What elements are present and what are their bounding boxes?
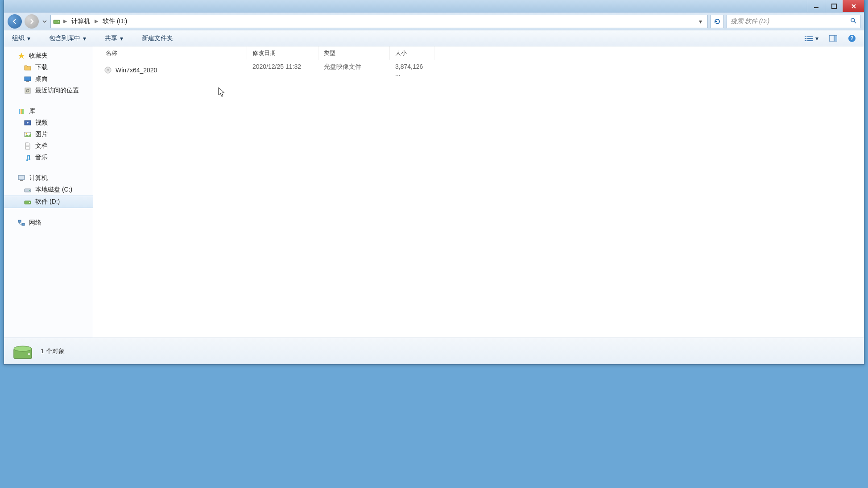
svg-point-3 xyxy=(58,21,59,22)
folder-icon xyxy=(24,63,32,71)
preview-pane-button[interactable] xyxy=(827,33,840,43)
computer-header[interactable]: 计算机 xyxy=(4,172,93,184)
new-folder-button[interactable]: 新建文件夹 xyxy=(139,33,176,44)
file-size: 3,874,126 ... xyxy=(390,63,434,77)
computer-label: 计算机 xyxy=(29,174,48,182)
include-button[interactable]: 包含到库中 ▾ xyxy=(46,33,89,44)
path-box[interactable]: ▶ 计算机 ▶ 软件 (D:) ▾ xyxy=(50,15,708,28)
svg-rect-17 xyxy=(25,77,31,81)
svg-text:?: ? xyxy=(850,35,853,42)
sidebar-item-label: 桌面 xyxy=(35,75,48,83)
svg-rect-18 xyxy=(26,81,29,82)
favorites-group: 收藏夹 下载 桌面 最近访问的位置 xyxy=(4,50,93,96)
sidebar-item-label: 本地磁盘 (C:) xyxy=(35,186,72,194)
forward-button[interactable] xyxy=(25,14,39,29)
network-group: 网络 xyxy=(4,217,93,229)
explorer-window: ▶ 计算机 ▶ 软件 (D:) ▾ 搜索 软件 (D:) 组织 ▾ 包含到库中 … xyxy=(4,0,864,365)
svg-rect-22 xyxy=(21,109,22,114)
chevron-down-icon xyxy=(42,19,47,24)
document-icon xyxy=(24,142,32,150)
favorites-label: 收藏夹 xyxy=(29,52,48,60)
svg-point-34 xyxy=(29,202,30,203)
organize-button[interactable]: 组织 ▾ xyxy=(9,33,33,44)
svg-rect-7 xyxy=(807,36,813,37)
close-button[interactable] xyxy=(843,0,864,12)
sidebar-item-label: 视频 xyxy=(35,119,48,127)
sidebar-item-recent[interactable]: 最近访问的位置 xyxy=(4,85,93,96)
libraries-group: 库 视频 图片 文档 音乐 xyxy=(4,105,93,163)
maximize-button[interactable] xyxy=(825,0,843,12)
svg-rect-23 xyxy=(22,109,24,114)
libraries-header[interactable]: 库 xyxy=(4,105,93,117)
minimize-button[interactable] xyxy=(807,0,825,12)
path-segment-drive[interactable]: 软件 (D:) xyxy=(101,17,129,26)
refresh-icon xyxy=(714,18,721,25)
column-date[interactable]: 修改日期 xyxy=(247,46,318,60)
svg-point-26 xyxy=(26,133,27,134)
address-bar: ▶ 计算机 ▶ 软件 (D:) ▾ 搜索 软件 (D:) xyxy=(4,13,864,30)
history-dropdown[interactable] xyxy=(41,15,48,28)
search-input[interactable]: 搜索 软件 (D:) xyxy=(727,15,860,28)
column-name[interactable]: 名称 xyxy=(93,46,247,60)
file-list[interactable]: Win7x64_2020 2020/12/25 11:32 光盘映像文件 3,8… xyxy=(93,60,864,338)
drive-icon xyxy=(24,186,32,194)
sidebar-item-documents[interactable]: 文档 xyxy=(4,140,93,152)
library-icon xyxy=(17,107,25,115)
file-row[interactable]: Win7x64_2020 2020/12/25 11:32 光盘映像文件 3,8… xyxy=(93,60,864,80)
arrow-right-icon xyxy=(29,18,35,25)
sidebar-item-videos[interactable]: 视频 xyxy=(4,117,93,129)
sidebar-item-music[interactable]: 音乐 xyxy=(4,152,93,163)
svg-rect-11 xyxy=(807,40,813,41)
refresh-button[interactable] xyxy=(711,15,724,28)
maximize-icon xyxy=(831,4,837,9)
path-separator-icon: ▶ xyxy=(63,18,67,24)
svg-rect-14 xyxy=(835,36,837,41)
share-button[interactable]: 共享 ▾ xyxy=(102,33,126,44)
arrow-left-icon xyxy=(12,18,18,25)
view-mode-button[interactable]: ▾ xyxy=(802,33,821,44)
drive-icon xyxy=(24,198,32,206)
search-icon xyxy=(850,17,856,25)
computer-icon xyxy=(17,174,25,182)
file-name: Win7x64_2020 xyxy=(116,67,157,74)
computer-group: 计算机 本地磁盘 (C:) 软件 (D:) xyxy=(4,172,93,208)
column-type[interactable]: 类型 xyxy=(318,46,390,60)
svg-rect-19 xyxy=(25,88,30,93)
svg-point-43 xyxy=(28,353,30,355)
favorites-header[interactable]: 收藏夹 xyxy=(4,50,93,62)
include-label: 包含到库中 xyxy=(49,34,80,42)
file-type: 光盘映像文件 xyxy=(318,63,390,77)
help-button[interactable]: ? xyxy=(845,33,859,44)
navigation-pane: 收藏夹 下载 桌面 最近访问的位置 库 xyxy=(4,46,93,338)
sidebar-item-downloads[interactable]: 下载 xyxy=(4,62,93,73)
path-segment-computer[interactable]: 计算机 xyxy=(70,17,92,26)
sidebar-item-drive-d[interactable]: 软件 (D:) xyxy=(4,196,93,208)
svg-rect-21 xyxy=(19,109,20,114)
sidebar-item-label: 图片 xyxy=(35,130,48,138)
titlebar xyxy=(4,0,864,13)
path-separator-icon: ▶ xyxy=(95,18,98,24)
minimize-icon xyxy=(814,4,819,9)
drive-large-icon xyxy=(12,341,33,362)
svg-rect-10 xyxy=(805,40,806,41)
back-button[interactable] xyxy=(8,14,22,29)
chevron-down-icon: ▾ xyxy=(83,35,86,42)
sidebar-item-label: 最近访问的位置 xyxy=(35,87,79,95)
sidebar-item-desktop[interactable]: 桌面 xyxy=(4,73,93,85)
chevron-down-icon: ▾ xyxy=(815,35,818,42)
svg-point-42 xyxy=(14,346,32,351)
svg-rect-0 xyxy=(814,7,818,8)
network-header[interactable]: 网络 xyxy=(4,217,93,229)
preview-pane-icon xyxy=(829,35,837,42)
organize-label: 组织 xyxy=(12,34,25,42)
video-icon xyxy=(24,119,32,127)
svg-point-4 xyxy=(851,18,855,22)
svg-rect-35 xyxy=(18,220,21,222)
column-size[interactable]: 大小 xyxy=(390,46,434,60)
toolbar: 组织 ▾ 包含到库中 ▾ 共享 ▾ 新建文件夹 ▾ ? xyxy=(4,30,864,46)
path-dropdown[interactable]: ▾ xyxy=(695,18,706,25)
sidebar-item-drive-c[interactable]: 本地磁盘 (C:) xyxy=(4,184,93,196)
iso-file-icon xyxy=(104,66,112,74)
sidebar-item-pictures[interactable]: 图片 xyxy=(4,129,93,140)
svg-rect-6 xyxy=(805,36,806,37)
